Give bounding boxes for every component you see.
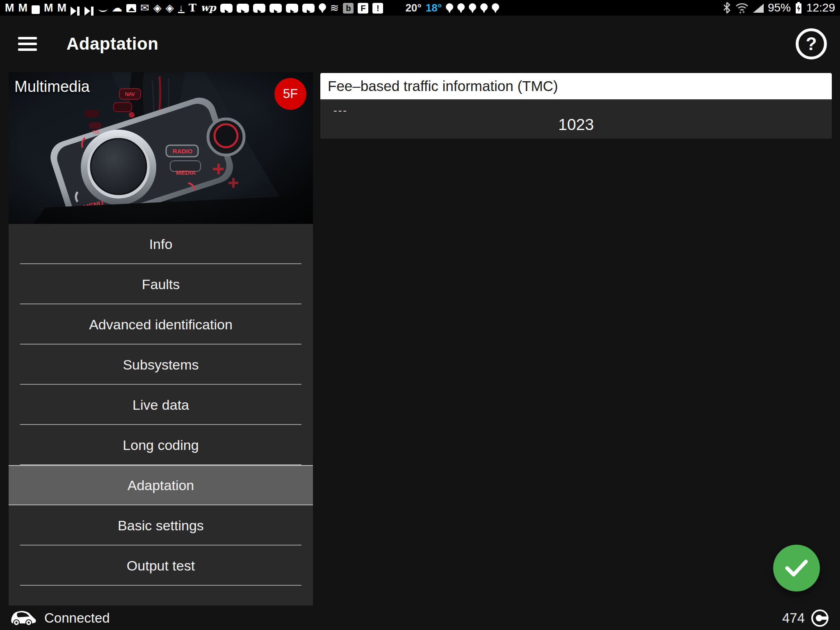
weather-waves-icon: ≋ <box>330 0 339 16</box>
clock: 12:29 <box>806 1 835 14</box>
location-pin-icon <box>457 2 465 13</box>
wifi-icon <box>735 0 749 16</box>
email-icon: ✉ <box>140 0 149 16</box>
download-icon: ↓ <box>178 0 185 16</box>
system-status-area: 95% 12:29 <box>723 0 835 16</box>
location-pin-icon <box>480 2 488 13</box>
control-unit-name: Multimedia <box>14 78 90 96</box>
youtube-icon <box>286 4 298 13</box>
booking-icon: b <box>343 3 354 14</box>
location-pin-icon <box>469 2 476 13</box>
adaptation-panel: Fee–based traffic information (TMC) --- … <box>320 73 832 139</box>
help-icon[interactable]: ? <box>796 28 827 59</box>
gmail-icon: M <box>5 0 14 16</box>
location-pin-icon <box>446 2 453 13</box>
youtube-icon <box>269 4 282 13</box>
adaptation-value: 1023 <box>320 116 832 134</box>
nyt-diamond-icon: ◈ <box>153 0 162 16</box>
location-pin-icon <box>492 2 499 13</box>
adaptation-channel-header[interactable]: Fee–based traffic information (TMC) <box>320 73 832 99</box>
adaptation-value-row[interactable]: --- 1023 <box>320 99 832 139</box>
menu-hamburger-icon[interactable] <box>18 37 37 51</box>
media-skip-icon <box>71 3 80 12</box>
connection-status-bar: Connected 474 <box>0 606 840 630</box>
status-bar: MMMM☁✉◈◈↓Twp≋bF!20°18° 95% 12:29 <box>0 0 840 16</box>
checkmark-icon <box>785 559 808 577</box>
menu-item-info[interactable]: Info <box>9 224 313 264</box>
app-bar: Adaptation ? <box>0 16 840 72</box>
car-icon <box>11 610 37 626</box>
menu-item-live-data[interactable]: Live data <box>9 385 313 425</box>
notification-icons: MMMM☁✉◈◈↓Twp≋bF!20°18° <box>5 0 499 16</box>
credits-area: 474 <box>782 609 829 628</box>
menu-item-faults[interactable]: Faults <box>9 264 313 304</box>
gmail-icon: M <box>44 0 53 16</box>
shopping-bag-icon <box>32 5 40 14</box>
battery-percent: 95% <box>768 1 791 14</box>
control-unit-code-badge: 5F <box>274 78 306 110</box>
bluetooth-icon <box>723 0 731 16</box>
menu-item-basic-settings[interactable]: Basic settings <box>9 505 313 546</box>
youtube-icon <box>220 4 233 13</box>
cloud-icon: ☁ <box>112 0 122 16</box>
connection-status: Connected <box>44 610 110 626</box>
gmail-icon: M <box>57 0 67 16</box>
youtube-icon <box>253 4 265 13</box>
spacer <box>387 0 401 16</box>
credits-count: 474 <box>782 610 805 626</box>
menu-item-advanced-identification[interactable]: Advanced identification <box>9 304 313 345</box>
menu-item-adaptation[interactable]: Adaptation <box>9 465 313 505</box>
gmail-icon: M <box>18 0 28 16</box>
page-title: Adaptation <box>66 34 158 54</box>
alert-icon: ! <box>372 3 383 14</box>
adaptation-channel-title: Fee–based traffic information (TMC) <box>328 78 558 94</box>
nyt-diamond-icon: ◈ <box>166 0 174 16</box>
confirm-button[interactable] <box>773 545 820 591</box>
temp-high: 20° <box>405 0 421 16</box>
wapo-icon: wp <box>201 0 216 16</box>
credits-icon <box>810 609 829 628</box>
menu-item-long-coding[interactable]: Long coding <box>9 425 313 465</box>
menu-item-subsystems[interactable]: Subsystems <box>9 345 313 385</box>
signal-strength-icon <box>753 0 764 16</box>
youtube-icon <box>237 4 249 13</box>
nyt-icon: T <box>189 0 196 16</box>
control-unit-card: NAV TEL RADIO MEDIA MENU ⟲ BACK <box>9 72 313 605</box>
amazon-icon <box>98 5 107 11</box>
photos-icon <box>126 4 136 12</box>
media-skip-icon <box>84 3 94 12</box>
control-unit-menu: InfoFaultsAdvanced identificationSubsyst… <box>9 224 313 586</box>
menu-item-output-test[interactable]: Output test <box>9 546 313 586</box>
control-unit-photo: NAV TEL RADIO MEDIA MENU ⟲ BACK <box>9 72 313 224</box>
youtube-icon <box>302 4 315 13</box>
temp-low: 18° <box>426 0 442 16</box>
location-pin-icon <box>319 2 326 13</box>
flipboard-icon: F <box>358 3 368 14</box>
adaptation-value-label: --- <box>333 104 348 117</box>
battery-charging-icon <box>795 0 802 16</box>
